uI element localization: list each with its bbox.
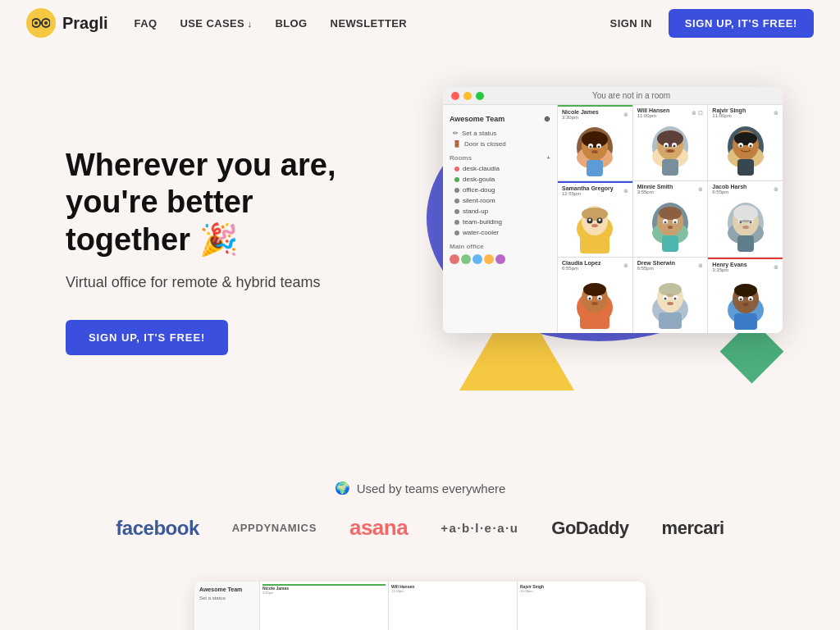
svg-point-71 (599, 298, 601, 300)
svg-rect-62 (739, 220, 752, 222)
bottom-sidebar-status: Set a status (198, 594, 256, 602)
sidebar-room-3[interactable]: office-doug (443, 185, 557, 195)
svg-point-86 (734, 284, 757, 297)
app-sidebar: Awesome Team ⊕ ✏ Set a status 🚪 Door is … (443, 105, 558, 333)
svg-point-37 (582, 208, 608, 221)
sidebar-room-6[interactable]: team-building (443, 217, 557, 227)
svg-point-70 (589, 298, 591, 300)
hero-visual: You are not in a room Awesome Team ⊕ ✏ S… (394, 79, 791, 423)
svg-rect-25 (662, 159, 678, 176)
bottom-preview: Awesome Team Set a status Nicole James 3… (0, 565, 840, 630)
globe-icon: 🌍 (335, 481, 350, 495)
svg-point-42 (591, 224, 598, 227)
brand-mercari: mercari (662, 518, 724, 539)
brand-appdynamics: APPDYNAMICS (232, 522, 317, 534)
nav-blog[interactable]: BLOG (275, 17, 307, 30)
svg-point-50 (664, 221, 666, 224)
navbar: Pragli FAQ USE CASES BLOG NEWSLETTER SIG… (0, 0, 840, 46)
svg-point-47 (659, 207, 682, 220)
bottom-main-grid: Nicole James 3:30pm Will Hansen 11:00pm … (260, 582, 646, 630)
nav-use-cases[interactable]: USE CASES (180, 17, 252, 30)
hero-text: Wherever you are, you're better together… (66, 147, 377, 356)
nav-faq[interactable]: FAQ (135, 17, 158, 30)
brand-facebook: facebook (116, 517, 199, 540)
hero-section: Wherever you are, you're better together… (0, 46, 840, 440)
hero-cta-button[interactable]: SIGN UP, IT'S FREE! (66, 320, 228, 355)
logo-text: Pragli (62, 14, 108, 33)
mini-avatar-1 (450, 254, 459, 264)
svg-point-41 (599, 219, 601, 221)
sign-up-button-nav[interactable]: SIGN UP, IT'S FREE! (669, 9, 814, 38)
hero-subtitle: Virtual office for remote & hybrid teams (66, 272, 377, 294)
app-video-grid: Nicole James 3:30pm ⊚ (558, 105, 783, 333)
video-cell-6: Claudia Lopez 6:55pm ⊚ (558, 258, 632, 333)
room-dot-5 (454, 209, 459, 214)
sidebar-room-7[interactable]: water-cooler (443, 227, 557, 238)
sidebar-room-1[interactable]: desk-claudia (443, 163, 557, 174)
sidebar-room-2[interactable]: desk-goula (443, 174, 557, 185)
logo-link[interactable]: Pragli (26, 8, 108, 38)
video-cell-1: Will Hansen 11:00pm ⊚ ⊡ (633, 105, 708, 180)
app-screenshot: You are not in a room Awesome Team ⊕ ✏ S… (443, 87, 783, 333)
sidebar-room-4[interactable]: silent-room (443, 195, 557, 206)
svg-rect-73 (580, 313, 609, 329)
room-dot-2 (454, 177, 459, 182)
titlebar-minimize-dot (463, 92, 472, 100)
hero-title: Wherever you are, you're better together… (66, 147, 377, 259)
app-body: Awesome Team ⊕ ✏ Set a status 🚪 Door is … (443, 105, 783, 333)
svg-point-11 (590, 146, 592, 148)
app-titlebar: You are not in a room (443, 87, 783, 105)
brands-logos: facebook APPDYNAMICS asana +a·b·l·e·a·u … (16, 515, 824, 541)
nav-links: FAQ USE CASES BLOG NEWSLETTER (135, 17, 610, 30)
room-dot-6 (454, 220, 459, 225)
nav-right: SIGN IN SIGN UP, IT'S FREE! (610, 9, 814, 38)
svg-point-51 (673, 221, 676, 224)
svg-point-63 (742, 226, 749, 229)
svg-point-3 (44, 21, 48, 25)
sidebar-set-status[interactable]: ✏ Set a status (443, 128, 557, 139)
svg-rect-92 (734, 313, 757, 330)
video-cell-8: Henry Evans 3:35pm ⊚ (708, 258, 783, 333)
svg-point-29 (734, 132, 757, 145)
svg-point-79 (664, 298, 666, 300)
brands-section: 🌍 Used by teams everywhere facebook APPD… (0, 440, 840, 565)
svg-point-18 (657, 130, 683, 147)
svg-point-40 (589, 219, 591, 221)
video-cell-4: Minnie Smith 3:55pm ⊚ (633, 181, 708, 257)
bottom-sidebar-team: Awesome Team (198, 585, 256, 594)
bottom-cell-2: Rajvir Singh 11:00pm (518, 582, 646, 630)
room-dot-4 (454, 199, 459, 203)
titlebar-maximize-dot (476, 92, 484, 100)
room-dot-7 (454, 231, 459, 235)
logo-icon (26, 8, 56, 38)
sidebar-main-office: Main office (443, 238, 557, 252)
svg-point-89 (739, 299, 742, 301)
svg-point-91 (742, 303, 749, 306)
svg-point-8 (582, 131, 608, 148)
svg-point-80 (673, 298, 676, 300)
mini-avatar-2 (461, 254, 471, 264)
svg-rect-43 (580, 235, 609, 253)
brands-label: 🌍 Used by teams everywhere (16, 481, 824, 495)
svg-rect-53 (662, 235, 678, 252)
sidebar-office-avatars (443, 252, 557, 267)
svg-rect-64 (737, 235, 754, 252)
bottom-cell-1: Will Hansen 11:00pm (389, 582, 517, 630)
mini-avatar-4 (484, 254, 494, 264)
svg-point-90 (749, 299, 751, 301)
room-dot-1 (454, 167, 459, 171)
video-cell-2: Rajvir Singh 11:00pm ⊚ (708, 105, 783, 180)
svg-point-82 (667, 302, 673, 305)
svg-point-57 (733, 205, 758, 221)
sidebar-rooms-section: Rooms + (443, 149, 557, 163)
svg-rect-81 (667, 294, 673, 297)
sidebar-team-name: Awesome Team ⊕ (443, 112, 557, 126)
sidebar-door-status[interactable]: 🚪 Door is closed (443, 139, 557, 149)
nav-newsletter[interactable]: NEWSLETTER (331, 17, 407, 30)
sign-in-button[interactable]: SIGN IN (610, 17, 652, 30)
svg-point-67 (583, 283, 606, 296)
svg-rect-14 (587, 160, 603, 176)
sidebar-room-5[interactable]: stand-up (443, 206, 557, 217)
bottom-sidebar: Awesome Team Set a status (194, 582, 260, 630)
titlebar-close-dot (451, 92, 459, 100)
